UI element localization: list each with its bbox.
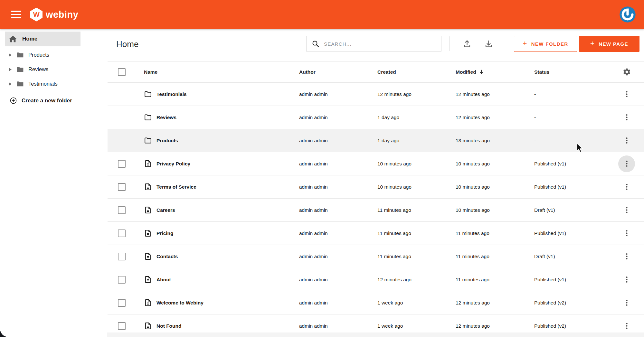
row-name[interactable]: Pricing [156, 230, 299, 236]
new-folder-label: NEW FOLDER [531, 41, 568, 47]
import-button[interactable] [460, 37, 474, 51]
table-row[interactable]: About admin admin 12 minutes ago 11 minu… [108, 268, 644, 291]
row-menu-button[interactable] [618, 179, 635, 195]
row-name[interactable]: Terms of Service [156, 184, 299, 190]
row-menu-button[interactable] [618, 155, 635, 172]
row-author: admin admin [299, 91, 377, 97]
toolbar: Home [108, 29, 644, 61]
row-modified: 10 minutes ago [456, 207, 534, 213]
row-author: admin admin [299, 184, 377, 190]
row-modified: 12 minutes ago [456, 323, 534, 329]
row-menu-button[interactable] [618, 132, 635, 149]
column-header-created[interactable]: Created [377, 69, 456, 75]
export-button[interactable] [481, 37, 496, 51]
expand-caret-icon[interactable] [9, 82, 12, 86]
menu-icon[interactable] [11, 11, 21, 18]
search-input[interactable] [324, 41, 430, 47]
row-menu-button[interactable] [618, 202, 635, 219]
row-name[interactable]: About [156, 277, 299, 283]
sidebar-folder-reviews[interactable]: Reviews [0, 62, 107, 77]
sidebar-item-home[interactable]: Home [5, 32, 80, 46]
column-header-modified[interactable]: Modified [456, 69, 534, 75]
row-modified: 11 minutes ago [456, 254, 534, 259]
row-menu-button[interactable] [618, 271, 635, 288]
row-name[interactable]: Testimonials [156, 91, 299, 97]
plus-icon: + [523, 39, 527, 48]
divider [449, 36, 450, 51]
row-checkbox[interactable] [118, 322, 126, 330]
row-created: 1 week ago [377, 323, 456, 329]
column-header-status[interactable]: Status [534, 69, 609, 75]
expand-caret-icon[interactable] [9, 53, 12, 57]
table-row[interactable]: Welcome to Webiny admin admin 1 week ago… [108, 291, 644, 314]
select-all-checkbox[interactable] [118, 68, 126, 76]
avatar-glyph-icon [619, 6, 636, 23]
page-icon [144, 299, 152, 307]
kebab-icon [623, 299, 631, 307]
sidebar-folder-products[interactable]: Products [0, 48, 107, 62]
row-menu-button[interactable] [618, 248, 635, 265]
table-row[interactable]: Products admin admin 1 day ago 13 minute… [108, 129, 644, 152]
row-author: admin admin [299, 115, 377, 120]
row-menu-button[interactable] [618, 295, 635, 311]
row-modified: 10 minutes ago [456, 161, 534, 167]
folder-icon [144, 113, 152, 121]
row-created: 11 minutes ago [377, 207, 456, 213]
row-modified: 11 minutes ago [456, 277, 534, 283]
row-name[interactable]: Welcome to Webiny [156, 300, 299, 306]
row-name[interactable]: Not Found [156, 323, 299, 329]
folder-filled-icon [16, 80, 24, 88]
table-row[interactable]: Careers admin admin 11 minutes ago 10 mi… [108, 199, 644, 222]
divider [506, 36, 506, 51]
row-name[interactable]: Contacts [156, 254, 299, 259]
sidebar-folder-testimonials[interactable]: Testimonials [0, 77, 107, 91]
table-row[interactable]: Reviews admin admin 1 day ago 12 minutes… [108, 106, 644, 129]
row-author: admin admin [299, 230, 377, 236]
row-checkbox[interactable] [118, 299, 126, 307]
row-menu-button[interactable] [618, 225, 635, 242]
expand-caret-icon[interactable] [9, 68, 12, 71]
user-avatar[interactable] [619, 6, 636, 23]
kebab-icon [623, 90, 631, 98]
row-status-badge: Published (v1) [534, 230, 609, 236]
row-menu-button[interactable] [618, 109, 635, 126]
table-settings-button[interactable] [618, 64, 635, 80]
row-menu-button[interactable] [618, 318, 635, 333]
webiny-hexagon-icon: W [30, 8, 43, 22]
row-modified: 12 minutes ago [456, 91, 534, 97]
row-checkbox[interactable] [118, 253, 126, 260]
row-status-badge: Published (v1) [534, 277, 609, 283]
column-header-name[interactable]: Name [144, 69, 299, 75]
table-row[interactable]: Pricing admin admin 11 minutes ago 11 mi… [108, 222, 644, 245]
row-created: 12 minutes ago [377, 277, 456, 283]
row-created: 1 day ago [377, 138, 456, 144]
folder-filled-icon [16, 51, 24, 59]
row-name[interactable]: Products [156, 138, 299, 144]
new-page-button[interactable]: + NEW PAGE [579, 36, 639, 52]
top-app-bar: W webiny [0, 0, 644, 29]
row-author: admin admin [299, 277, 377, 283]
row-checkbox[interactable] [118, 229, 126, 237]
table-row[interactable]: Privacy Policy admin admin 10 minutes ag… [108, 152, 644, 175]
row-name[interactable]: Privacy Policy [156, 161, 299, 167]
sidebar-folder-label: Reviews [28, 66, 48, 72]
page-icon [144, 276, 152, 284]
table-row[interactable]: Testimonials admin admin 12 minutes ago … [108, 83, 644, 106]
page-icon [144, 322, 152, 330]
row-name[interactable]: Careers [156, 207, 299, 213]
new-folder-button[interactable]: + NEW FOLDER [514, 36, 577, 52]
column-header-author[interactable]: Author [299, 69, 377, 75]
row-menu-button[interactable] [618, 86, 635, 103]
row-checkbox[interactable] [118, 276, 126, 284]
table-row[interactable]: Contacts admin admin 11 minutes ago 11 m… [108, 245, 644, 268]
row-checkbox[interactable] [118, 183, 126, 191]
table-row[interactable]: Terms of Service admin admin 10 minutes … [108, 175, 644, 199]
row-checkbox[interactable] [118, 206, 126, 214]
download-icon [484, 40, 493, 48]
create-folder-button[interactable]: Create a new folder [0, 97, 107, 104]
table-header-row: Name Author Created Modified Status [108, 61, 644, 83]
table-row[interactable]: Not Found admin admin 1 week ago 12 minu… [108, 314, 644, 332]
page-icon [144, 206, 152, 214]
row-checkbox[interactable] [118, 160, 126, 168]
row-name[interactable]: Reviews [156, 115, 299, 120]
